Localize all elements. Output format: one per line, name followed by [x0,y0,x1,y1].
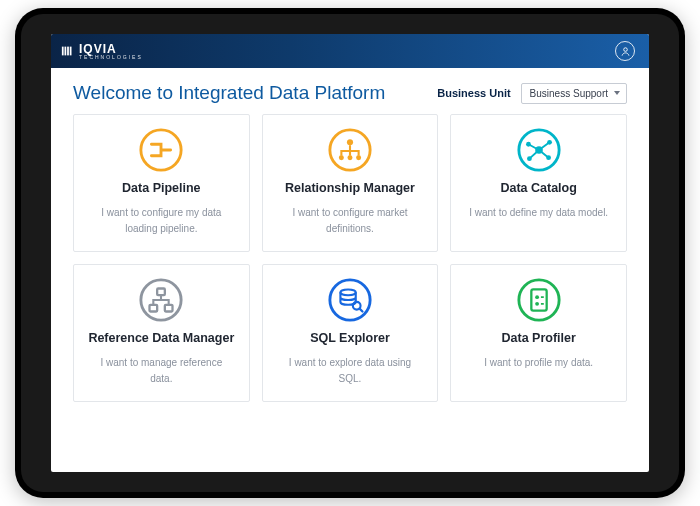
brand-main: IQVIA [79,43,143,55]
org-icon [327,127,373,173]
card-relationship-manager[interactable]: Relationship Manager I want to configure… [262,114,439,252]
svg-point-7 [347,139,353,145]
tablet-bezel: IQVIA TECHNOLOGIES Welcome to Integrated… [21,14,679,492]
card-desc: I want to manage reference data. [84,355,239,387]
svg-point-28 [535,302,539,306]
user-icon [620,46,631,57]
card-reference-data-manager[interactable]: Reference Data Manager I want to manage … [73,264,250,402]
header-row: Welcome to Integrated Data Platform Busi… [73,82,627,104]
business-unit-selected: Business Support [530,88,608,99]
svg-rect-18 [157,289,165,296]
svg-point-8 [339,155,344,160]
network-icon [516,127,562,173]
screen: IQVIA TECHNOLOGIES Welcome to Integrated… [51,34,649,472]
card-title: Data Profiler [461,331,616,345]
content: Welcome to Integrated Data Platform Busi… [51,68,649,472]
business-unit-label: Business Unit [437,87,510,99]
business-unit-select[interactable]: Business Support [521,83,627,104]
svg-rect-19 [150,305,158,312]
svg-point-9 [347,155,352,160]
brand-icon [61,44,75,58]
card-data-profiler[interactable]: Data Profiler I want to profile my data. [450,264,627,402]
svg-rect-2 [67,47,69,56]
business-unit-group: Business Unit Business Support [437,83,627,104]
svg-rect-20 [165,305,173,312]
hierarchy-icon [138,277,184,323]
card-title: SQL Explorer [273,331,428,345]
card-desc: I want to profile my data. [461,355,616,371]
svg-rect-0 [62,47,64,56]
topbar: IQVIA TECHNOLOGIES [51,34,649,68]
card-title: Relationship Manager [273,181,428,195]
cards-grid: Data Pipeline I want to configure my dat… [73,114,627,402]
svg-point-25 [519,280,559,320]
svg-rect-1 [65,47,67,56]
card-data-pipeline[interactable]: Data Pipeline I want to configure my dat… [73,114,250,252]
card-title: Data Pipeline [84,181,239,195]
svg-point-22 [340,289,355,295]
card-desc: I want to explore data using SQL. [273,355,428,387]
card-title: Reference Data Manager [84,331,239,345]
user-avatar[interactable] [615,41,635,61]
svg-point-10 [356,155,361,160]
brand-sub: TECHNOLOGIES [79,55,143,60]
brand: IQVIA TECHNOLOGIES [61,43,143,60]
svg-line-24 [360,309,363,312]
card-desc: I want to configure my data loading pipe… [84,205,239,237]
card-sql-explorer[interactable]: SQL Explorer I want to explore data usin… [262,264,439,402]
profiler-icon [516,277,562,323]
sql-icon [327,277,373,323]
card-desc: I want to configure market definitions. [273,205,428,237]
page-title: Welcome to Integrated Data Platform [73,82,385,104]
card-title: Data Catalog [461,181,616,195]
card-desc: I want to define my data model. [461,205,616,221]
svg-rect-3 [70,47,72,56]
card-data-catalog[interactable]: Data Catalog I want to define my data mo… [450,114,627,252]
pipeline-icon [138,127,184,173]
svg-rect-26 [531,289,546,310]
tablet-frame: IQVIA TECHNOLOGIES Welcome to Integrated… [15,8,685,498]
svg-point-4 [623,47,627,51]
svg-point-27 [535,295,539,299]
